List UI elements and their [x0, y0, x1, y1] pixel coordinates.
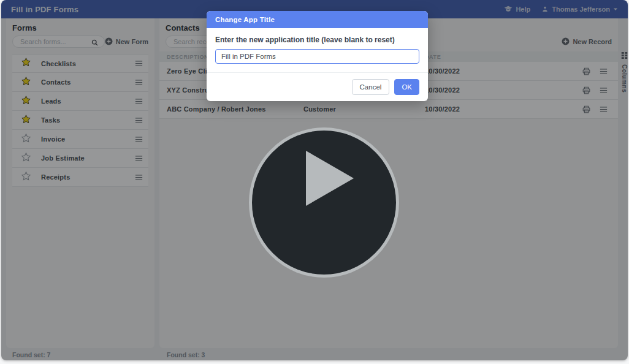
- video-play-button[interactable]: [249, 127, 399, 278]
- dialog-prompt: Enter the new application title (leave b…: [215, 36, 419, 44]
- change-app-title-dialog: Change App Title Enter the new applicati…: [207, 11, 428, 101]
- ok-button[interactable]: OK: [394, 79, 419, 95]
- dialog-header: Change App Title: [207, 11, 428, 28]
- play-icon: [306, 151, 354, 206]
- dialog-title: Change App Title: [215, 16, 275, 23]
- app-title-input[interactable]: [215, 49, 419, 64]
- app-window: Fill in PDF Forms Help Thomas Jefferson …: [1, 0, 628, 360]
- cancel-button[interactable]: Cancel: [352, 79, 390, 95]
